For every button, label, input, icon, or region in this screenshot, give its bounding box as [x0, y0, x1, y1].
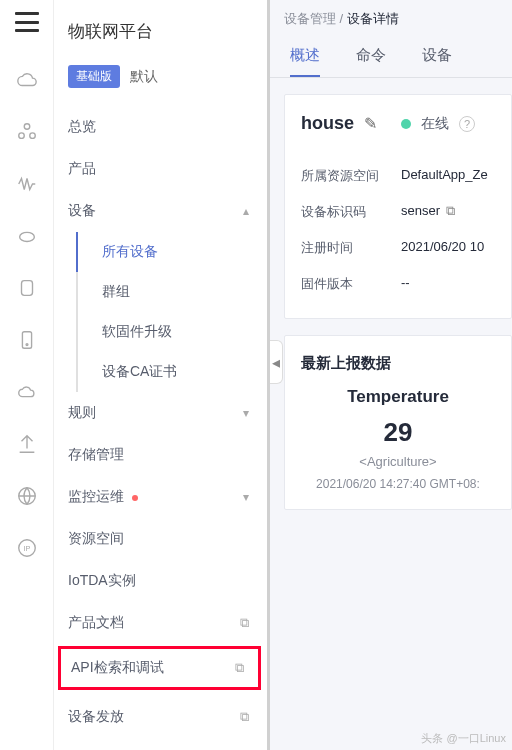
metric-time: 2021/06/20 14:27:40 GMT+08:	[301, 477, 495, 491]
svg-point-1	[18, 133, 24, 139]
highlighted-api-item: API检索和调试⧉	[58, 646, 261, 690]
disk-icon[interactable]	[13, 274, 41, 302]
external-link-icon: ⧉	[240, 615, 249, 631]
nav-monitor[interactable]: 监控运维 ▾	[54, 476, 267, 518]
edition-row: 基础版 默认	[54, 65, 267, 106]
nav-firmware[interactable]: 软固件升级	[76, 312, 267, 352]
alert-dot-icon	[132, 495, 138, 501]
metric-value: 29	[301, 417, 495, 448]
tag-default[interactable]: 默认	[130, 68, 158, 86]
nav-iotda[interactable]: IoTDA实例	[54, 560, 267, 602]
nav-publish[interactable]: 设备发放⧉	[54, 696, 267, 738]
status-dot-icon	[401, 119, 411, 129]
nav-rule[interactable]: 规则▾	[54, 392, 267, 434]
main-content: ◂ 设备管理 / 设备详情 概述 命令 设备 house ✎ 在线 ? 所属资源…	[270, 0, 512, 750]
row-id: 设备标识码senser⧉	[301, 194, 495, 230]
cloud3-icon[interactable]	[13, 378, 41, 406]
status-text: 在线	[421, 115, 449, 133]
nav-cert[interactable]: 设备CA证书	[76, 352, 267, 392]
row-reg: 注册时间2021/06/20 10	[301, 230, 495, 266]
sidebar: 物联网平台 基础版 默认 总览 产品 设备▴ 所有设备 群组 软固件升级 设备C…	[54, 0, 270, 750]
tab-command[interactable]: 命令	[356, 46, 386, 77]
row-fw: 固件版本--	[301, 266, 495, 302]
watermark: 头条 @一口Linux	[421, 731, 506, 746]
nav-group[interactable]: 群组	[76, 272, 267, 312]
breadcrumb-current: 设备详情	[347, 11, 399, 26]
upload-icon[interactable]	[13, 430, 41, 458]
sidebar-title: 物联网平台	[54, 14, 267, 65]
ip-icon[interactable]: IP	[13, 534, 41, 562]
report-title: 最新上报数据	[301, 354, 495, 373]
device-name: house	[301, 113, 354, 134]
metric-tag: <Agriculture>	[301, 454, 495, 469]
tab-more[interactable]: 设备	[422, 46, 452, 77]
nav-resource[interactable]: 资源空间	[54, 518, 267, 560]
nav-overview[interactable]: 总览	[54, 106, 267, 148]
breadcrumb-parent[interactable]: 设备管理	[284, 11, 336, 26]
svg-point-2	[29, 133, 35, 139]
external-link-icon: ⧉	[240, 709, 249, 725]
external-link-icon: ⧉	[235, 660, 244, 676]
tabs: 概述 命令 设备	[270, 34, 512, 78]
device-info-panel: house ✎ 在线 ? 所属资源空间DefaultApp_Ze 设备标识码se…	[284, 94, 512, 319]
nav-all-devices[interactable]: 所有设备	[76, 232, 267, 272]
device-icon[interactable]	[13, 326, 41, 354]
chevron-down-icon: ▾	[243, 406, 249, 420]
copy-icon[interactable]: ⧉	[446, 203, 455, 218]
breadcrumb: 设备管理 / 设备详情	[270, 0, 512, 34]
wave-icon[interactable]	[13, 170, 41, 198]
svg-rect-4	[21, 281, 32, 296]
icon-rail: IP	[0, 0, 54, 750]
collapse-handle[interactable]: ◂	[270, 340, 283, 384]
device-header: house ✎ 在线 ?	[301, 113, 495, 134]
svg-point-3	[19, 232, 34, 241]
svg-point-6	[26, 344, 28, 346]
latest-report-panel: 最新上报数据 Temperature 29 <Agriculture> 2021…	[284, 335, 512, 510]
cloud2-icon[interactable]	[13, 222, 41, 250]
cloud-icon[interactable]	[13, 66, 41, 94]
chevron-up-icon: ▴	[243, 204, 249, 218]
nav-storage[interactable]: 存储管理	[54, 434, 267, 476]
nav-device[interactable]: 设备▴	[54, 190, 267, 232]
nav-api[interactable]: API检索和调试⧉	[61, 649, 258, 687]
edit-icon[interactable]: ✎	[364, 114, 377, 133]
nav-device-submenu: 所有设备 群组 软固件升级 设备CA证书	[54, 232, 267, 392]
menu-icon[interactable]	[15, 12, 39, 32]
tag-basic[interactable]: 基础版	[68, 65, 120, 88]
globe-icon[interactable]	[13, 482, 41, 510]
metric-name: Temperature	[301, 387, 495, 407]
nav-docs[interactable]: 产品文档⧉	[54, 602, 267, 644]
tab-overview[interactable]: 概述	[290, 46, 320, 77]
cluster-icon[interactable]	[13, 118, 41, 146]
row-space: 所属资源空间DefaultApp_Ze	[301, 158, 495, 194]
nav-product[interactable]: 产品	[54, 148, 267, 190]
help-icon[interactable]: ?	[459, 116, 475, 132]
chevron-down-icon: ▾	[243, 490, 249, 504]
svg-text:IP: IP	[23, 544, 30, 553]
svg-point-0	[24, 124, 30, 130]
